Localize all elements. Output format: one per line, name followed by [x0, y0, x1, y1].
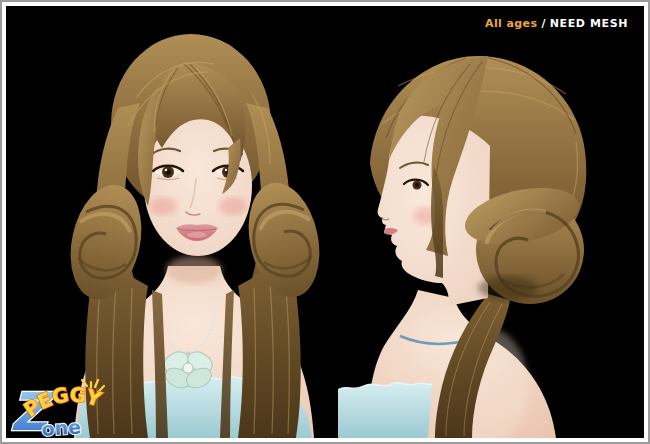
mesh-label: NEED MESH — [550, 17, 628, 30]
peggy-zone-logo: Z PEGGY one — [8, 378, 108, 438]
preview-canvas: All ages/NEED MESH — [6, 6, 644, 438]
age-mesh-label: All ages/NEED MESH — [485, 17, 628, 30]
label-separator: / — [541, 17, 545, 30]
side-camisole — [338, 382, 432, 438]
blush-left — [149, 197, 177, 215]
blush-right — [219, 197, 247, 215]
side-view-render — [338, 46, 600, 438]
logo-one: one — [41, 415, 82, 438]
age-label: All ages — [485, 17, 537, 30]
image-frame: All ages/NEED MESH — [0, 0, 650, 444]
front-view-render — [56, 28, 334, 438]
